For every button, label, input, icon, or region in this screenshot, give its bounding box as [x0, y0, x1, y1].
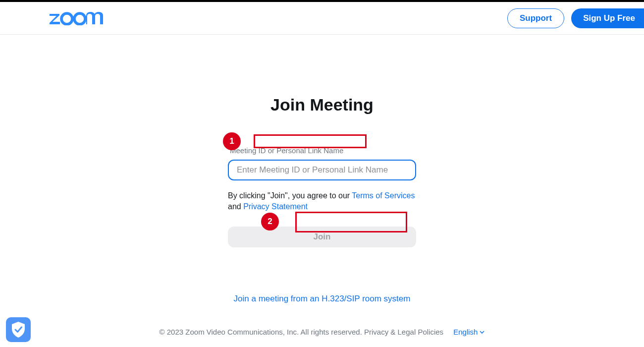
chevron-down-icon	[480, 331, 484, 334]
join-button[interactable]: Join	[228, 227, 416, 247]
meeting-id-label: Meeting ID or Personal Link Name	[228, 145, 345, 156]
support-button[interactable]: Support	[507, 8, 564, 28]
copyright-text: © 2023 Zoom Video Communications, Inc. A…	[160, 328, 364, 336]
header: Support Sign Up Free	[0, 2, 644, 35]
footer: © 2023 Zoom Video Communications, Inc. A…	[0, 328, 644, 336]
agree-conj: and	[228, 202, 243, 211]
zoom-logo[interactable]	[50, 11, 109, 25]
svg-point-0	[61, 13, 72, 24]
page-title: Join Meeting	[270, 95, 374, 115]
join-form: Meeting ID or Personal Link Name By clic…	[228, 145, 416, 247]
signup-button[interactable]: Sign Up Free	[571, 8, 644, 28]
privacy-shield-badge[interactable]	[6, 317, 31, 342]
meeting-id-input[interactable]	[228, 160, 416, 180]
header-actions: Support Sign Up Free	[507, 8, 644, 28]
main-content: Join Meeting Meeting ID or Personal Link…	[0, 35, 644, 304]
privacy-link[interactable]: Privacy Statement	[243, 202, 308, 211]
zoom-logo-svg	[50, 11, 109, 25]
language-label: English	[453, 328, 478, 336]
shield-check-icon	[11, 321, 26, 338]
agree-prefix: By clicking "Join", you agree to our	[228, 191, 352, 200]
terms-link[interactable]: Terms of Services	[352, 191, 415, 200]
svg-point-1	[74, 13, 85, 24]
h323-sip-link[interactable]: Join a meeting from an H.323/SIP room sy…	[234, 294, 411, 304]
privacy-legal-link[interactable]: Privacy & Legal Policies	[364, 328, 443, 336]
language-selector[interactable]: English	[453, 328, 484, 336]
agree-text: By clicking "Join", you agree to our Ter…	[228, 190, 416, 213]
